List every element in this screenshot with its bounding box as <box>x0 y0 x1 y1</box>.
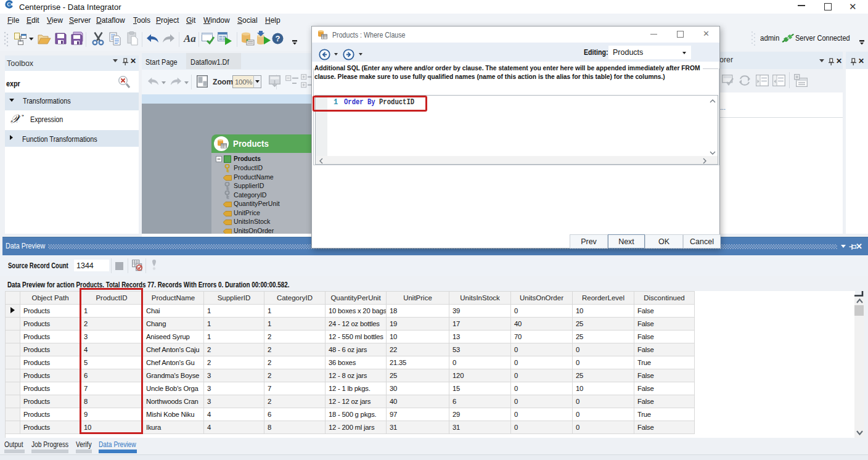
svg-text:?: ? <box>276 34 280 43</box>
